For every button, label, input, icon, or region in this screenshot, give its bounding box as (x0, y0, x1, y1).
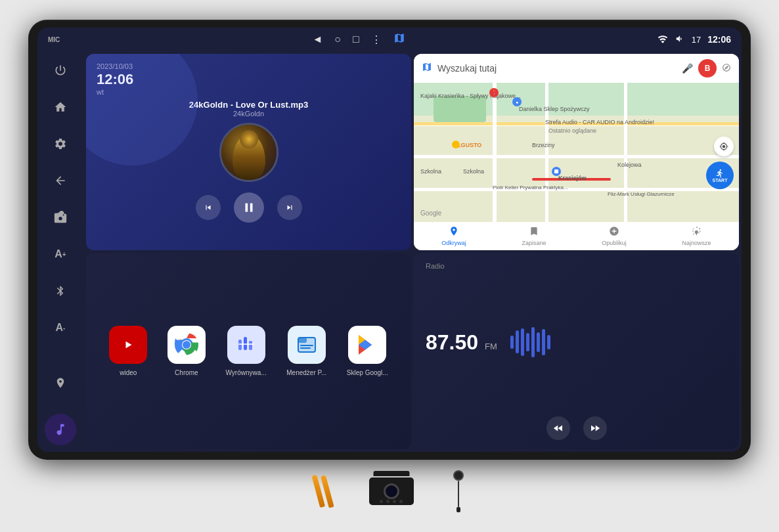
sidebar-power-icon[interactable] (48, 58, 73, 83)
radio-forward-button[interactable] (583, 416, 607, 440)
map-nav-discover-label: Odkrywaj (441, 240, 466, 246)
wave-bar-3 (521, 328, 524, 356)
music-time: 12:06 (97, 71, 133, 88)
sidebar-home-icon[interactable] (48, 95, 73, 120)
earphone-jack (456, 507, 460, 512)
wave-bar-7 (542, 329, 545, 355)
camera-light-2 (386, 500, 390, 503)
app-item-playstore[interactable]: Sklep Googl... (347, 326, 388, 376)
sidebar-audio-button[interactable] (45, 414, 76, 445)
map-marker-1[interactable]: 📍 (489, 88, 499, 97)
map-label-fliz: Fliz-Mark Usługi Glazurnicze (608, 191, 675, 197)
svg-rect-11 (300, 345, 313, 346)
map-location-button[interactable] (714, 137, 734, 156)
wave-bar-8 (547, 335, 550, 349)
app-item-chrome[interactable]: Chrome (167, 326, 206, 376)
map-mic-icon[interactable]: 🎤 (682, 63, 693, 74)
app-label-equalizer: Wyrównywa... (226, 369, 267, 376)
map-label-szkolna1: Szkolna (420, 168, 441, 175)
map-marker-elgusto[interactable] (452, 141, 460, 148)
map-avatar[interactable]: B (698, 59, 717, 78)
app-label-chrome: Chrome (175, 369, 198, 376)
map-search-input[interactable]: Wyszukaj tutaj (437, 63, 677, 74)
camera-body (369, 477, 414, 505)
discover-icon (449, 226, 459, 238)
music-pause-button[interactable] (234, 192, 264, 223)
sidebar-bluetooth-icon[interactable] (48, 278, 73, 303)
map-start-button[interactable]: START (706, 162, 734, 189)
app-label-files: Menedżer P... (286, 369, 326, 376)
app-item-wideo[interactable]: wideo (109, 326, 147, 376)
status-bar: MIC ◄ ○ □ ⋮ (37, 28, 742, 51)
music-album-art (219, 123, 278, 182)
app-icon-equalizer (227, 326, 265, 364)
wave-bar-4 (526, 333, 529, 351)
map-start-label: START (713, 178, 728, 183)
map-label-kolejowa: Kolejowa (617, 162, 642, 168)
app-icon-chrome (167, 326, 206, 364)
music-title: 24kGoldn - Love Or Lust.mp3 (97, 100, 401, 110)
camera-lens (384, 483, 399, 499)
music-prev-button[interactable] (196, 195, 221, 220)
radio-waveform (505, 326, 727, 359)
camera-mount (373, 471, 409, 476)
map-nav-saved[interactable]: Zapisane (522, 226, 546, 246)
map-label-krasiejow: Krasiejów (558, 175, 587, 181)
radio-panel: Radio 87.50 FM (414, 253, 739, 449)
map-google-logo: Google (420, 210, 441, 217)
sidebar-location-icon[interactable] (48, 370, 73, 395)
map-marker-krasiejow[interactable] (552, 167, 561, 176)
svg-point-3 (183, 341, 190, 349)
sidebar-volume-down-icon[interactable]: A- (48, 315, 73, 340)
music-day: wt (97, 88, 133, 96)
radio-main: 87.50 FM (426, 274, 727, 410)
map-panel: Wyszukaj tutaj 🎤 B (414, 54, 739, 250)
radio-band: FM (485, 342, 497, 351)
accessory-earphone (453, 470, 464, 512)
map-search-icon (422, 62, 432, 75)
app-item-files[interactable]: Menedżer P... (286, 326, 326, 376)
map-nav-latest[interactable]: Najnowsze (682, 226, 711, 246)
grid-area: 2023/10/03 12:06 wt 24kGoldn - Love Or L… (83, 51, 742, 452)
map-label-place3: Strefa Audio - CAR AUDIO na Androidzie! (545, 119, 654, 125)
svg-rect-10 (298, 338, 307, 343)
map-compass-icon[interactable] (722, 63, 731, 74)
map-label-place3-sub: Ostatnio oglądane (548, 127, 596, 134)
radio-label: Radio (426, 262, 727, 270)
map-nav-publish[interactable]: Opublikuj (602, 226, 627, 246)
screen: MIC ◄ ○ □ ⋮ (37, 28, 742, 452)
signal-strength: 17 (692, 35, 701, 45)
map-nav-saved-label: Zapisane (522, 240, 546, 246)
music-artist: 24kGoldn (97, 110, 401, 118)
accessories (316, 470, 464, 512)
sidebar-radio-icon[interactable] (48, 205, 73, 230)
earphone-wire-upper (458, 481, 459, 507)
main-content: A+ A- (37, 51, 742, 452)
saved-icon (529, 226, 539, 238)
clock: 12:06 (707, 34, 731, 45)
nav-maps-icon[interactable] (393, 32, 405, 47)
wave-bar-2 (516, 330, 519, 353)
nav-menu-icon[interactable]: ⋮ (371, 33, 382, 46)
camera-light-3 (393, 500, 396, 503)
wave-bar-6 (537, 332, 540, 352)
radio-controls (426, 416, 727, 440)
music-controls (97, 192, 401, 223)
music-date: 2023/10/03 (97, 62, 133, 71)
wave-bar-1 (510, 336, 514, 349)
map-nav-discover[interactable]: Odkrywaj (441, 226, 466, 246)
camera-light-4 (399, 500, 403, 503)
map-search-bar[interactable]: Wyszukaj tutaj 🎤 B (414, 54, 739, 83)
nav-recent-icon[interactable]: □ (353, 33, 359, 45)
radio-rewind-button[interactable] (546, 416, 570, 440)
music-next-button[interactable] (277, 195, 302, 220)
map-label-place2: Danielka Sklep Spożywczy (519, 106, 590, 112)
nav-back-icon[interactable]: ◄ (312, 33, 323, 45)
map-body[interactable]: Kajaki Krasieńka - Spływy Kajakowe... Da… (414, 83, 739, 222)
app-item-equalizer[interactable]: Wyrównywa... (226, 326, 267, 376)
sidebar-settings-icon[interactable] (48, 131, 73, 156)
map-marker-2[interactable]: ● (512, 97, 522, 106)
sidebar-back-icon[interactable] (48, 168, 73, 193)
sidebar-volume-up-icon[interactable]: A+ (48, 242, 73, 267)
nav-home-icon[interactable]: ○ (334, 33, 341, 45)
